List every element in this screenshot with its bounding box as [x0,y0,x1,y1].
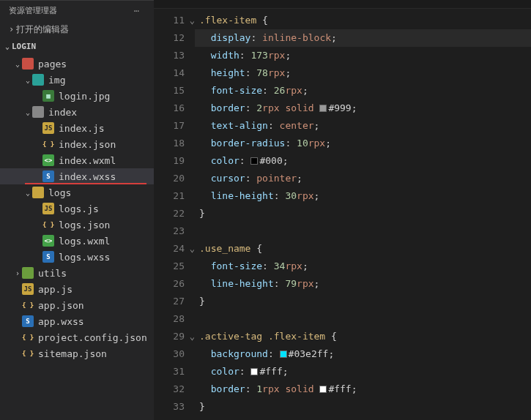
chevron-down-icon: ⌄ [23,108,32,116]
folder-logs[interactable]: ⌄logs [0,184,154,200]
folder-utils[interactable]: ›utils [0,265,154,281]
file-app-wxss[interactable]: Sapp.wxss [0,313,154,329]
code-line[interactable]: color: #000; [195,152,531,170]
explorer-sidebar: 资源管理理器 ⋯ ›打开的编辑器 ⌄ LOGIN ⌄pages⌄img▦logi… [0,0,154,420]
code-line[interactable]: height: 78rpx; [195,64,531,82]
line-number: 25 [154,258,195,275]
tree-item-label: index [48,107,77,118]
explorer-more-icon[interactable]: ⋯ [134,6,145,16]
tree-item-label: index.wxml [59,155,116,166]
code-line[interactable]: width: 173rpx; [195,47,531,64]
tree-item-label: app.wxss [38,316,84,327]
file-icon: ▦ [42,90,54,102]
tree-item-label: logs [48,187,71,198]
tree-item-label: app.js [38,284,73,295]
tree-item-label: logs.wxss [59,252,110,263]
folder-pages[interactable]: ⌄pages [0,56,154,72]
color-swatch-icon [250,368,258,375]
code-line[interactable]: text-align: center; [195,117,531,135]
code-line[interactable]: color: #fff; [195,363,531,380]
code-area[interactable]: 1112131415161718192021222324252627282930… [154,9,531,420]
code-line[interactable]: .flex-item { [195,12,531,29]
code-editor: 1112131415161718192021222324252627282930… [154,0,531,420]
line-number: 15 [154,82,195,100]
line-number-gutter: 1112131415161718192021222324252627282930… [154,9,195,420]
file-logs-wxss[interactable]: Slogs.wxss [0,249,154,265]
file-icon: <> [42,154,54,166]
tree-item-label: logs.wxml [59,236,110,247]
code-line[interactable]: border: 2rpx solid #999; [195,100,531,117]
file-logs-json[interactable]: { }logs.json [0,217,154,233]
line-number: 27 [154,293,195,310]
file-logs-js[interactable]: JSlogs.js [0,200,154,217]
line-number: 18 [154,135,195,152]
tree-item-label: index.json [59,139,116,150]
line-number: 19 [154,152,195,170]
code-line[interactable]: display: inline-block; [195,29,531,47]
folder-icon [22,267,34,279]
line-number: 31 [154,363,195,380]
tree-item-label: utils [38,268,67,279]
line-number: 32 [154,380,195,398]
chevron-down-icon: ⌄ [3,42,12,50]
file-icon: JS [42,122,54,134]
file-index-wxml[interactable]: <>index.wxml [0,152,154,168]
chevron-down-icon: ⌄ [23,189,32,197]
folder-icon [32,106,44,118]
tree-item-label: img [48,75,65,86]
code-line[interactable]: cursor: pointer; [195,170,531,187]
file-logs-wxml[interactable]: <>logs.wxml [0,233,154,249]
color-swatch-icon [319,105,327,112]
file-index-wxss[interactable]: Sindex.wxss [0,168,154,184]
file-project-config-json[interactable]: { }project.config.json [0,329,154,345]
code-line[interactable]: } [195,293,531,310]
chevron-right-icon: › [13,269,22,277]
chevron-down-icon: ⌄ [23,76,32,84]
code-line[interactable]: border: 1rpx solid #fff; [195,380,531,398]
line-number: 33 [154,398,195,416]
file-index-json[interactable]: { }index.json [0,136,154,152]
code-line[interactable] [195,222,531,240]
line-number: 29 [154,328,195,345]
breadcrumb[interactable] [154,0,531,9]
color-swatch-icon [250,157,258,165]
open-editors-section[interactable]: ›打开的编辑器 [0,20,154,39]
file-login-jpg[interactable]: ▦login.jpg [0,88,154,104]
file-app-json[interactable]: { }app.json [0,297,154,313]
file-icon: { } [22,299,34,311]
code-line[interactable]: .use_name { [195,240,531,258]
tree-item-label: logs.json [59,220,110,230]
file-icon: JS [42,203,54,214]
file-index-js[interactable]: JSindex.js [0,120,154,136]
code-line[interactable]: } [195,398,531,416]
tree-item-label: login.jpg [59,91,110,102]
folder-icon [32,187,44,198]
line-number: 22 [154,205,195,222]
code-line[interactable]: background: #03e2ff; [195,345,531,363]
code-line[interactable]: line-height: 79rpx; [195,275,531,293]
file-icon: { } [22,348,34,359]
code-line[interactable]: .active-tag .flex-item { [195,328,531,345]
tree-item-label: app.json [38,300,84,311]
folder-index[interactable]: ⌄index [0,104,154,120]
file-app-js[interactable]: JSapp.js [0,281,154,297]
folder-img[interactable]: ⌄img [0,72,154,88]
line-number: 30 [154,345,195,363]
file-sitemap-json[interactable]: { }sitemap.json [0,345,154,361]
code-line[interactable]: border-radius: 10rpx; [195,135,531,152]
code-line[interactable]: font-size: 34rpx; [195,258,531,275]
code-line[interactable]: } [195,205,531,222]
code-lines[interactable]: .flex-item { display: inline-block; widt… [195,9,531,420]
tree-item-label: index.wxss [59,171,116,182]
code-line[interactable] [195,310,531,328]
line-number: 16 [154,100,195,117]
file-icon: S [22,315,34,327]
file-icon: S [42,251,54,263]
tree-item-label: logs.js [59,203,99,214]
project-root[interactable]: ⌄ LOGIN [0,39,154,56]
code-line[interactable]: font-size: 26rpx; [195,82,531,100]
color-swatch-icon [280,350,287,358]
folder-icon [22,58,34,70]
code-line[interactable]: line-height: 30rpx; [195,187,531,205]
tree-item-label: pages [38,59,67,70]
